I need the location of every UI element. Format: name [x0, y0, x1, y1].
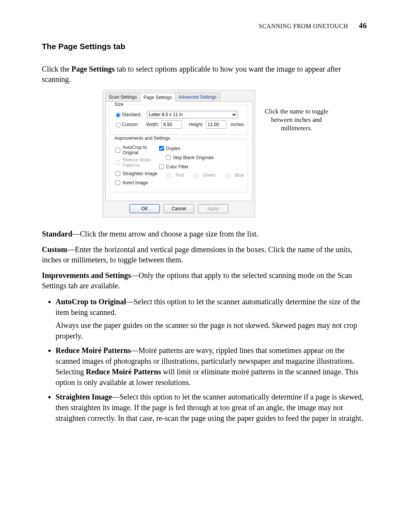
units-annotation: Click the name to toggle between inches …: [260, 107, 333, 133]
custom-row: Custom: Width: Height: inches: [114, 120, 244, 129]
red-label: Red: [176, 173, 184, 178]
blue-label: Blue: [235, 173, 244, 178]
dialog-tabs: Scan Settings Page Settings Advanced Set…: [103, 90, 255, 101]
running-head-text: SCANNING FROM ONETOUCH: [259, 23, 348, 29]
tab-advanced-settings[interactable]: Advanced Settings: [175, 93, 220, 101]
intro-text-a: Click the: [42, 65, 72, 73]
standard-paragraph: Standard—Click the menu arrow and choose…: [42, 229, 369, 239]
blue-radio: [225, 173, 230, 178]
autocrop-note: Always use the paper guides on the scann…: [56, 320, 369, 341]
straighten-label: Straighten Image: [123, 171, 157, 176]
tab-page-settings[interactable]: Page Settings: [140, 93, 175, 102]
units-toggle[interactable]: inches: [231, 122, 244, 127]
duplex-checkbox[interactable]: [159, 146, 164, 151]
skip-blank-label: Skip Blank Originals: [173, 155, 214, 160]
autocrop-bold: AutoCrop to Original: [56, 297, 126, 306]
skip-blank-checkbox[interactable]: [166, 155, 171, 160]
improvements-bold: Improvements and Settings: [42, 271, 131, 280]
height-label: Height:: [189, 122, 204, 127]
reduce-moire-checkbox: [115, 160, 120, 165]
green-radio: [194, 173, 199, 178]
page: SCANNING FROM ONETOUCH 46 The Page Setti…: [0, 0, 411, 532]
custom-paragraph: Custom—Enter the horizontal and vertical…: [42, 244, 369, 265]
custom-label: Custom:: [122, 122, 139, 127]
improvements-paragraph: Improvements and Settings—Only the optio…: [42, 270, 369, 291]
list-item-autocrop: AutoCrop to Original—Select this option …: [56, 296, 369, 341]
red-radio: [166, 173, 171, 178]
tab-scan-settings[interactable]: Scan Settings: [105, 93, 140, 101]
reduce-moire-label: Reduce Moire Patterns: [123, 157, 158, 168]
list-item-straighten: Straighten Image—Select this option to l…: [56, 391, 369, 423]
intro-bold: Page Settings: [72, 65, 115, 73]
apply-button: Apply: [198, 204, 228, 213]
size-group-label: Size: [113, 102, 125, 107]
custom-radio[interactable]: [116, 123, 121, 128]
standard-row: Standard: Letter 8.5 x 11 in: [114, 111, 244, 118]
page-number: 46: [359, 21, 367, 30]
duplex-label: Duplex: [166, 146, 180, 151]
figure-row: Scan Settings Page Settings Advanced Set…: [103, 90, 369, 217]
running-head: SCANNING FROM ONETOUCH 46: [259, 21, 367, 30]
ok-button[interactable]: OK: [129, 204, 160, 213]
color-filter-label: Color Filter: [166, 164, 189, 169]
cancel-button[interactable]: Cancel: [164, 204, 194, 213]
standard-radio[interactable]: [116, 113, 121, 118]
width-input[interactable]: [161, 120, 182, 129]
straighten-bold: Straighten Image: [56, 393, 112, 401]
standard-size-select[interactable]: Letter 8.5 x 11 in: [147, 111, 237, 118]
green-label: Green: [203, 173, 216, 178]
autocrop-label: AutoCrop to Original: [123, 145, 158, 155]
size-group: Size Standard: Letter 8.5 x 11 in Custom…: [110, 105, 248, 135]
width-label: Width:: [146, 122, 159, 127]
invert-checkbox[interactable]: [115, 180, 120, 185]
options-list: AutoCrop to Original—Select this option …: [42, 296, 369, 423]
autocrop-checkbox[interactable]: [115, 148, 120, 153]
color-filter-checkbox[interactable]: [159, 164, 164, 169]
page-settings-dialog: Scan Settings Page Settings Advanced Set…: [103, 90, 255, 217]
intro-paragraph: Click the Page Settings tab to select op…: [42, 64, 369, 85]
moire-inline-bold: Reduce Moiré Patterns: [86, 367, 161, 376]
section-title: The Page Settings tab: [42, 42, 369, 51]
improvements-group: Improvements and Settings AutoCrop to Or…: [110, 139, 248, 192]
moire-bold: Reduce Moiré Patterns: [56, 346, 131, 355]
standard-text: —Click the menu arrow and choose a page …: [72, 230, 258, 238]
invert-label: Invert Image: [123, 180, 148, 185]
improvements-group-label: Improvements and Settings: [113, 136, 172, 141]
dialog-body: Size Standard: Letter 8.5 x 11 in Custom…: [105, 101, 252, 201]
standard-bold: Standard: [42, 230, 72, 238]
list-item-moire: Reduce Moiré Patterns—Moiré patterns are…: [56, 345, 369, 388]
custom-text: —Enter the horizontal and vertical page …: [42, 245, 352, 264]
height-input[interactable]: [206, 120, 226, 129]
straighten-checkbox[interactable]: [115, 171, 120, 176]
custom-bold: Custom: [42, 245, 67, 254]
dialog-buttons: OK Cancel Apply: [103, 201, 255, 217]
standard-label: Standard:: [122, 112, 142, 117]
